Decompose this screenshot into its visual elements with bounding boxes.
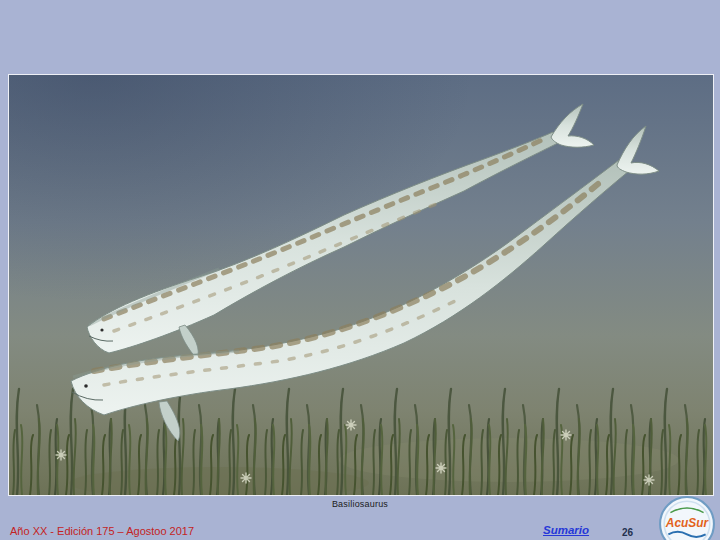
page-number: 26 <box>622 527 633 538</box>
presentation-slide: Basiliosaurus Año XX - Edición 175 – Ago… <box>0 0 720 540</box>
acusur-logo: AcuSur <box>658 495 716 540</box>
basilosaurus-image <box>9 75 713 495</box>
acusur-logo-badge: AcuSur <box>658 495 716 540</box>
eye <box>84 384 88 388</box>
image-caption: Basiliosaurus <box>0 499 720 509</box>
edition-text: Año XX - Edición 175 – Agostoo 2017 <box>10 525 194 537</box>
eye <box>100 328 103 331</box>
logo-text: AcuSur <box>665 516 710 530</box>
basilosaurus-figure <box>8 74 714 496</box>
sumario-link[interactable]: Sumario <box>543 524 589 536</box>
